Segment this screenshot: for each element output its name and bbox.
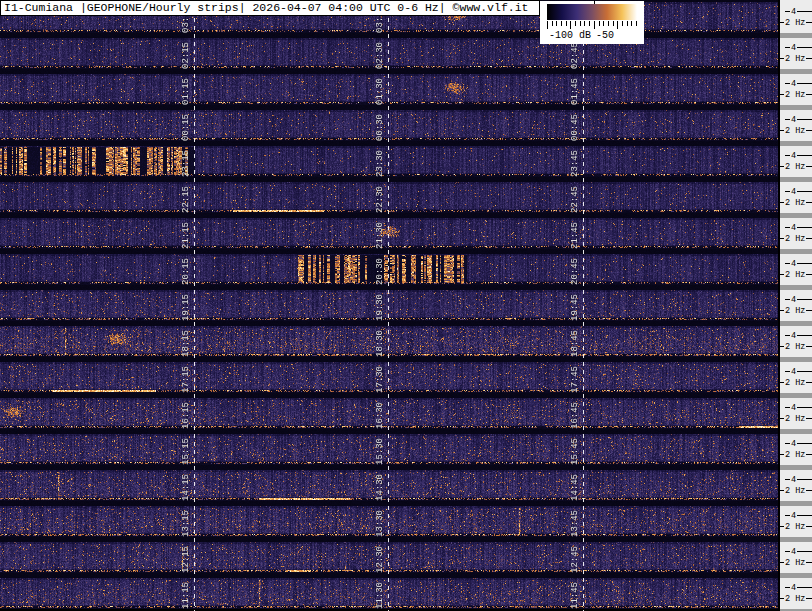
tick-dash [797,191,812,192]
freq-tick-2hz: 2 Hz [780,198,812,207]
tick-dash [797,407,812,408]
time-label: 00:15 [181,110,192,141]
tick-dash [806,274,812,275]
time-label: 13:45 [570,506,581,537]
freq-tick-2hz: 2 Hz [780,594,812,603]
tick-label: 4 [790,475,797,485]
time-label: 12:30 [375,542,386,573]
db-color-legend: -100 dB -50 [540,1,644,44]
tick-dash [806,418,812,419]
freq-tick-2hz: 2 Hz [780,342,812,351]
tick-label: 4 [790,331,797,341]
tick-label: 4 [790,115,797,125]
legend-tick [552,21,553,26]
tick-dash [806,454,812,455]
tick-dash [806,202,812,203]
tick-dash [797,479,812,480]
frequency-scale-column: 42 Hz42 Hz42 Hz42 Hz42 Hz42 Hz42 Hz42 Hz… [778,0,812,611]
time-label: 01:45 [570,74,581,105]
tick-label: 2 Hz [784,270,806,280]
time-label: 11:45 [570,578,581,609]
time-label: 19:30 [375,290,386,321]
freq-tick-2hz: 2 Hz [780,234,812,243]
time-label: 21:15 [181,218,192,249]
time-label: 20:45 [570,254,581,285]
freq-scale-strip: 42 Hz [780,74,812,105]
time-label: 17:30 [375,362,386,393]
tick-label: 4 [790,79,797,89]
tick-label: 4 [790,151,797,161]
freq-tick-2hz: 2 Hz [780,270,812,279]
tick-label: 2 Hz [784,450,806,460]
tick-dash [797,119,812,120]
tick-label: 4 [790,583,797,593]
time-label: 23:15 [181,146,192,177]
tick-label: 4 [790,403,797,413]
legend-tick [613,21,614,26]
legend-tick [575,21,576,26]
time-label: 22:15 [181,182,192,213]
freq-tick-4hz: 4 [780,187,812,196]
freq-tick-2hz: 2 Hz [780,558,812,567]
tick-dash [806,58,812,59]
tick-dash [806,94,812,95]
time-label: 20:15 [181,254,192,285]
time-label: 19:45 [570,290,581,321]
tick-dash [797,371,812,372]
freq-tick-4hz: 4 [780,115,812,124]
freq-tick-4hz: 4 [780,547,812,556]
time-label: 14:30 [375,470,386,501]
hourly-strips-spectrogram-canvas [0,0,812,611]
freq-tick-2hz: 2 Hz [780,486,812,495]
freq-tick-2hz: 2 Hz [780,162,812,171]
tick-label: 4 [790,187,797,197]
freq-scale-strip: 42 Hz [780,434,812,465]
title-bar: I1-Cumiana |GEOPHONE/Hourly strips| 2026… [0,0,540,16]
time-label: 00:30 [375,110,386,141]
freq-tick-2hz: 2 Hz [780,306,812,315]
tick-label: 2 Hz [784,522,806,532]
freq-scale-strip: 42 Hz [780,218,812,249]
legend-tick [580,21,581,26]
freq-tick-4hz: 4 [780,43,812,52]
freq-tick-2hz: 2 Hz [780,90,812,99]
freq-tick-4hz: 4 [780,367,812,376]
freq-scale-strip: 42 Hz [780,542,812,573]
freq-tick-4hz: 4 [780,223,812,232]
time-label: 01:15 [181,74,192,105]
tick-label: 2 Hz [784,414,806,424]
freq-scale-strip: 42 Hz [780,254,812,285]
legend-tick [589,21,590,26]
tick-label: 4 [790,367,797,377]
legend-tick [547,21,548,29]
freq-scale-strip: 42 Hz [780,470,812,501]
legend-tick [627,21,628,26]
legend-tick [617,21,618,29]
tick-dash [797,155,812,156]
tick-dash [797,587,812,588]
tick-label: 2 Hz [784,90,806,100]
time-label: 14:45 [570,470,581,501]
legend-tick [556,21,557,26]
time-label: 17:15 [181,362,192,393]
time-label: 01:30 [375,74,386,105]
freq-tick-2hz: 2 Hz [780,450,812,459]
freq-tick-4hz: 4 [780,151,812,160]
tick-dash [806,382,812,383]
legend-tick-scale [547,21,637,29]
legend-label-minus50db: -50 [596,30,614,41]
time-label: 21:30 [375,218,386,249]
time-label: 18:15 [181,326,192,357]
freq-scale-strip: 42 Hz [780,362,812,393]
tick-label: 4 [790,259,797,269]
tick-label: 2 Hz [784,18,806,28]
time-label: 16:45 [570,398,581,429]
time-label: 13:15 [181,506,192,537]
legend-tick [561,21,562,26]
freq-tick-2hz: 2 Hz [780,414,812,423]
time-label: 22:30 [375,182,386,213]
tick-label: 2 Hz [784,558,806,568]
tick-dash [806,238,812,239]
tick-dash [797,551,812,552]
tick-label: 4 [790,511,797,521]
